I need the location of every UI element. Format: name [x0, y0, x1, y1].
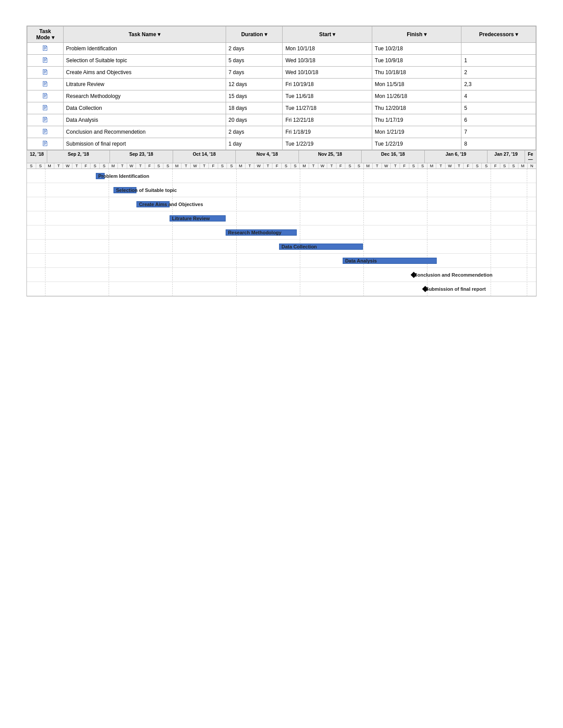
task-mode-cell: 🖹: [27, 126, 64, 138]
chart-period: Dec 16, '18: [362, 150, 425, 163]
task-name-cell: Problem Identification: [63, 43, 226, 55]
task-mode-icon: 🖹: [42, 45, 49, 53]
chart-day-cell: T: [327, 163, 336, 169]
chart-day-cell: S: [155, 163, 164, 169]
chart-day-cell: T: [54, 163, 64, 169]
finish-cell: Tue 10/9/18: [372, 55, 461, 67]
table-row: 🖹Problem Identification2 daysMon 10/1/18…: [27, 43, 536, 55]
chart-task-row: Selection of Suitable topic: [27, 183, 536, 197]
task-name-cell: Data Collection: [63, 102, 226, 114]
task-mode-cell: 🖹: [27, 67, 64, 79]
pred-cell: 6: [461, 114, 536, 126]
duration-cell: 15 days: [226, 90, 283, 102]
chart-day-cell: N: [528, 163, 536, 169]
task-name-cell: Selection of Suitable topic: [63, 55, 226, 67]
chart-task-label: Research Methodology: [228, 230, 281, 235]
chart-day-cell: W: [446, 163, 455, 169]
table-row: 🖹Litrature Review12 daysFri 10/19/18Mon …: [27, 79, 536, 90]
chart-day-cell: S: [27, 163, 36, 169]
chart-period: Jan 27, '19: [487, 150, 525, 163]
task-name-cell: Conclusion and Recommendetion: [63, 126, 226, 138]
chart-days-row: SSMTWTFSSMTWTFSSMTWTFSSMTWTFSSMTWTFSSMTW…: [27, 163, 536, 169]
gantt-chart-container: Task Mode ▾ Task Name ▾ Duration ▾ Start…: [26, 26, 537, 296]
duration-cell: 18 days: [226, 102, 283, 114]
duration-cell: 12 days: [226, 79, 283, 90]
chart-day-cell: M: [364, 163, 373, 169]
task-mode-icon: 🖹: [42, 104, 49, 112]
start-cell: Wed 10/10/18: [283, 67, 372, 79]
start-cell: Fri 12/21/18: [283, 114, 372, 126]
col-finish: Finish ▾: [372, 26, 461, 43]
start-cell: Tue 11/6/18: [283, 90, 372, 102]
duration-cell: 2 days: [226, 43, 283, 55]
task-mode-icon: 🖹: [42, 56, 49, 64]
start-cell: Fri 1/18/19: [283, 126, 372, 138]
chart-task-row-inner: Create Aims and Objectives: [27, 197, 536, 211]
chart-period: Nov 4, '18: [236, 150, 299, 163]
pred-cell: [461, 43, 536, 55]
task-mode-cell: 🖹: [27, 79, 64, 90]
chart-day-cell: S: [473, 163, 482, 169]
chart-day-cell: T: [391, 163, 400, 169]
task-name-cell: Create Aims and Objectives: [63, 67, 226, 79]
finish-cell: Thu 1/17/19: [372, 114, 461, 126]
chart-day-cell: T: [136, 163, 145, 169]
task-name-cell: Submission of final report: [63, 138, 226, 150]
chart-day-cell: W: [318, 163, 328, 169]
chart-day-cell: S: [482, 163, 491, 169]
chart-task-row: Data Analysis: [27, 254, 536, 268]
chart-day-cell: T: [436, 163, 446, 169]
task-mode-icon: 🖹: [42, 68, 49, 76]
duration-cell: 2 days: [226, 126, 283, 138]
task-mode-icon: 🖹: [42, 128, 49, 136]
chart-body: Problem IdentificationSelection of Suita…: [27, 169, 536, 296]
chart-day-cell: T: [200, 163, 209, 169]
chart-day-cell: S: [291, 163, 300, 169]
chart-day-cell: S: [509, 163, 518, 169]
pred-cell: 7: [461, 126, 536, 138]
finish-cell: Mon 1/21/19: [372, 126, 461, 138]
start-cell: Mon 10/1/18: [283, 43, 372, 55]
chart-day-cell: W: [63, 163, 72, 169]
chart-day-cell: T: [455, 163, 464, 169]
chart-day-cell: M: [45, 163, 54, 169]
task-name-cell: Data Analysis: [63, 114, 226, 126]
start-cell: Tue 11/27/18: [283, 102, 372, 114]
chart-task-label: Data Collection: [282, 244, 317, 249]
chart-period: 12, '18: [27, 150, 47, 163]
chart-day-cell: W: [191, 163, 200, 169]
col-task-mode: Task Mode ▾: [27, 26, 64, 43]
duration-cell: 5 days: [226, 55, 283, 67]
chart-day-cell: M: [236, 163, 246, 169]
chart-task-row-inner: Submission of final report: [27, 282, 536, 296]
chart-day-cell: M: [427, 163, 437, 169]
finish-cell: Mon 11/5/18: [372, 79, 461, 90]
chart-task-row: Data Collection: [27, 240, 536, 254]
table-row: 🖹Submission of final report1 dayTue 1/22…: [27, 138, 536, 150]
pred-cell: 4: [461, 90, 536, 102]
chart-day-cell: M: [300, 163, 309, 169]
chart-header: 12, '18Sep 2, '18Sep 23, '18Oct 14, '18N…: [27, 150, 536, 163]
start-cell: Fri 10/19/18: [283, 79, 372, 90]
pred-cell: 2: [461, 67, 536, 79]
task-mode-icon: 🖹: [42, 140, 49, 148]
finish-cell: Mon 11/26/18: [372, 90, 461, 102]
col-task-name: Task Name ▾: [63, 26, 226, 43]
task-mode-cell: 🖹: [27, 90, 64, 102]
chart-period: Oct 14, '18: [173, 150, 236, 163]
table-row: 🖹Research Methodology15 daysTue 11/6/18M…: [27, 90, 536, 102]
chart-task-label: Selection of Suitable topic: [116, 188, 177, 193]
chart-task-label: Data Analysis: [345, 258, 377, 263]
table-row: 🖹Create Aims and Objectives7 daysWed 10/…: [27, 67, 536, 79]
chart-task-row: Litrature Review: [27, 211, 536, 225]
chart-day-cell: S: [418, 163, 427, 169]
chart-day-cell: W: [382, 163, 391, 169]
chart-task-row: Submission of final report: [27, 282, 536, 296]
chart-period: Nov 25, '18: [299, 150, 362, 163]
duration-cell: 1 day: [226, 138, 283, 150]
chart-day-cell: F: [336, 163, 346, 169]
pred-cell: 5: [461, 102, 536, 114]
col-duration: Duration ▾: [226, 26, 283, 43]
start-cell: Tue 1/22/19: [283, 138, 372, 150]
chart-day-cell: F: [464, 163, 473, 169]
